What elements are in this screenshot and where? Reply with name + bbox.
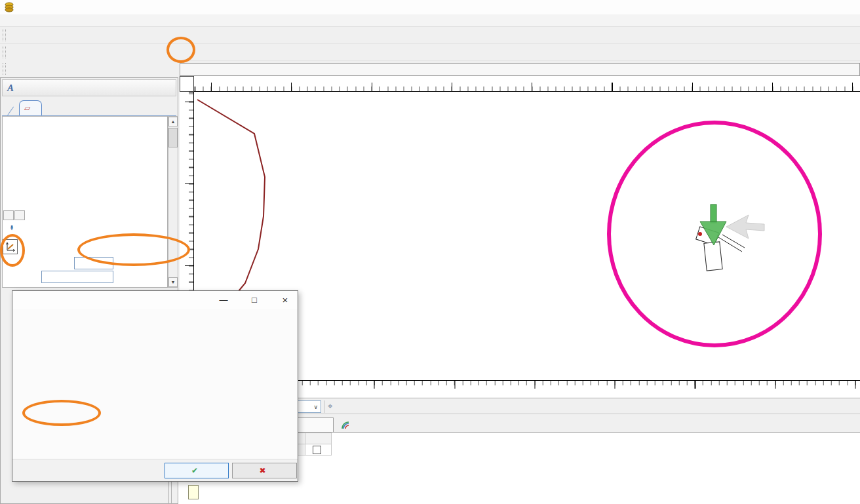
window-titlebar xyxy=(0,0,860,14)
height-input[interactable] xyxy=(41,271,113,283)
toolbar-grip[interactable] xyxy=(3,47,6,58)
top-ruler xyxy=(194,76,860,92)
use-checkbox[interactable] xyxy=(313,446,321,454)
tab-slash-decoration xyxy=(7,107,14,116)
use-column-header xyxy=(305,433,332,444)
toolbar-grip[interactable] xyxy=(3,63,6,75)
axes-pencil-icon xyxy=(5,242,16,252)
check-icon: ✔ xyxy=(191,466,198,475)
chevron-down-icon: ∨ xyxy=(313,404,318,410)
lift-height-input[interactable] xyxy=(74,257,113,269)
tooltip xyxy=(188,485,199,499)
scroll-up-button[interactable]: ▲ xyxy=(168,117,178,126)
coordinate-system-tree xyxy=(15,311,295,457)
scroll-thumb[interactable] xyxy=(168,128,178,147)
toolbar-main xyxy=(0,27,860,44)
site-marker xyxy=(696,204,764,271)
cancel-button[interactable]: ✖ xyxy=(232,463,297,478)
panel-divider xyxy=(168,482,172,504)
tab-osnovnoy[interactable]: ▱ xyxy=(19,100,42,115)
scale-magnifier-icon: ⌖ xyxy=(328,401,332,412)
edit-coordinate-system-button[interactable] xyxy=(3,239,18,254)
status-separator xyxy=(324,400,324,413)
results-arcs-icon xyxy=(341,421,349,429)
cross-icon: ✖ xyxy=(259,466,265,475)
toolbar-panels xyxy=(0,60,178,77)
menu-bar xyxy=(0,14,860,27)
ruler-major-ticks xyxy=(194,83,860,91)
tab-results[interactable] xyxy=(336,417,358,432)
coordinate-system-dialog: — □ × ✔ ✖ xyxy=(12,290,298,482)
polygons-panel-header: А xyxy=(2,79,176,96)
dialog-footer: ✔ ✖ xyxy=(12,459,298,481)
maximize-button[interactable]: □ xyxy=(243,291,265,308)
select-button[interactable]: ✔ xyxy=(165,463,229,478)
polygon-panel-icon: А xyxy=(7,83,14,94)
polygon-tabstrip: ▱ xyxy=(2,98,176,116)
minimize-button[interactable]: — xyxy=(212,291,235,308)
remove-point-button[interactable] xyxy=(14,210,25,220)
split-to-polylines-link[interactable]: ✒ xyxy=(9,223,18,232)
polygon-tab-icon: ▱ xyxy=(24,104,30,113)
toolbar-grip[interactable] xyxy=(3,29,6,41)
close-button[interactable]: × xyxy=(274,291,296,308)
toolbar-edit xyxy=(0,44,860,61)
table-scrollbar[interactable]: ▲ ▼ xyxy=(168,116,178,288)
wrench-icon: ✒ xyxy=(7,225,16,231)
ruler-unit-box xyxy=(180,76,194,92)
map-header xyxy=(180,63,860,76)
add-point-button[interactable] xyxy=(3,210,14,220)
scroll-down-button[interactable]: ▼ xyxy=(168,277,178,287)
app-coins-icon xyxy=(4,2,14,12)
